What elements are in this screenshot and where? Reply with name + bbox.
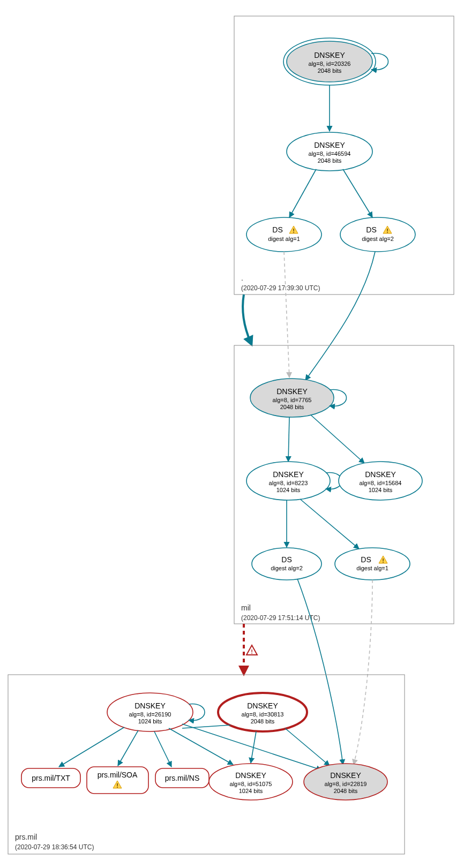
svg-text:!: ! [293,228,295,234]
svg-text:DNSKEY: DNSKEY [365,470,396,479]
svg-text:1024 bits: 1024 bits [138,718,162,724]
zone-prsmil-time: (2020-07-29 18:36:54 UTC) [15,843,94,851]
node-root-ds2[interactable]: DS digest alg=2 ! [340,217,415,252]
node-mil-zsk2[interactable]: DNSKEY alg=8, id=15684 1024 bits [339,462,422,500]
svg-text:digest alg=1: digest alg=1 [356,565,388,571]
svg-text:alg=8, id=26190: alg=8, id=26190 [129,711,171,718]
svg-text:DNSKEY: DNSKEY [314,141,345,149]
svg-text:1024 bits: 1024 bits [239,788,263,794]
svg-text:DNSKEY: DNSKEY [314,51,345,59]
svg-point-31 [252,548,322,580]
svg-text:DNSKEY: DNSKEY [247,701,278,710]
node-mil-zsk1[interactable]: DNSKEY alg=8, id=8223 1024 bits [246,462,342,500]
svg-text:DNSKEY: DNSKEY [276,387,308,396]
svg-text:digest alg=2: digest alg=2 [271,565,303,571]
node-prs-txt[interactable]: prs.mil/TXT [21,768,80,788]
svg-text:DS: DS [366,225,376,234]
node-root-ds1[interactable]: DS digest alg=1 ! [246,217,322,252]
svg-text:!: ! [382,557,384,564]
svg-point-14 [340,217,415,252]
svg-text:DS: DS [361,555,371,564]
svg-text:alg=8, id=46594: alg=8, id=46594 [309,150,351,157]
zone-root-label: . [241,274,243,282]
svg-text:1024 bits: 1024 bits [369,487,393,493]
svg-text:2048 bits: 2048 bits [280,404,304,410]
svg-text:DNSKEY: DNSKEY [330,771,361,780]
svg-text:alg=8, id=15684: alg=8, id=15684 [360,480,402,486]
svg-text:alg=8, id=30813: alg=8, id=30813 [242,711,284,718]
node-mil-ksk[interactable]: DNSKEY alg=8, id=7765 2048 bits [250,379,347,417]
svg-text:!: ! [251,648,253,655]
node-prs-k3[interactable]: DNSKEY alg=8, id=51075 1024 bits [209,764,293,800]
node-prs-k2[interactable]: DNSKEY alg=8, id=30813 2048 bits [218,693,307,731]
node-root-zsk[interactable]: DNSKEY alg=8, id=46594 2048 bits [287,132,372,171]
node-root-ksk[interactable]: DNSKEY alg=8, id=20326 2048 bits [283,38,388,85]
svg-text:digest alg=2: digest alg=2 [362,236,394,242]
svg-point-34 [335,548,410,580]
svg-text:alg=8, id=7765: alg=8, id=7765 [273,397,312,403]
svg-text:!: ! [386,228,388,234]
zone-mil-label: mil [241,603,251,612]
svg-text:prs.mil/TXT: prs.mil/TXT [32,774,70,782]
svg-point-10 [246,217,322,252]
svg-text:alg=8, id=22819: alg=8, id=22819 [325,781,367,787]
svg-text:DS: DS [281,555,291,564]
zone-root-time: (2020-07-29 17:39:30 UTC) [241,284,320,292]
zone-mil-time: (2020-07-29 17:51:14 UTC) [241,614,320,622]
error-icon: ! [246,645,257,655]
svg-text:1024 bits: 1024 bits [276,487,301,493]
node-prs-ns[interactable]: prs.mil/NS [155,768,209,788]
svg-text:DNSKEY: DNSKEY [235,771,266,780]
node-prs-k1[interactable]: DNSKEY alg=8, id=26190 1024 bits [107,693,205,731]
svg-text:!: ! [116,782,118,789]
svg-text:DS: DS [272,225,282,234]
svg-text:2048 bits: 2048 bits [334,788,358,794]
svg-text:digest alg=1: digest alg=1 [268,236,300,242]
svg-text:alg=8, id=8223: alg=8, id=8223 [269,480,308,486]
node-mil-ds1[interactable]: DS digest alg=1 ! [335,548,410,580]
svg-text:2048 bits: 2048 bits [318,157,342,164]
svg-text:prs.mil/SOA: prs.mil/SOA [98,771,138,779]
svg-text:2048 bits: 2048 bits [251,718,275,724]
svg-text:DNSKEY: DNSKEY [134,701,166,710]
svg-text:prs.mil/NS: prs.mil/NS [165,774,200,782]
svg-text:alg=8, id=51075: alg=8, id=51075 [230,781,272,787]
node-prs-k4[interactable]: DNSKEY alg=8, id=22819 2048 bits [304,764,387,800]
svg-text:DNSKEY: DNSKEY [273,470,304,479]
svg-text:2048 bits: 2048 bits [318,67,342,74]
zone-prsmil-label: prs.mil [15,833,37,841]
node-prs-soa[interactable]: prs.mil/SOA ! [87,767,148,794]
svg-text:alg=8, id=20326: alg=8, id=20326 [309,61,351,67]
node-mil-ds2[interactable]: DS digest alg=2 [252,548,322,580]
